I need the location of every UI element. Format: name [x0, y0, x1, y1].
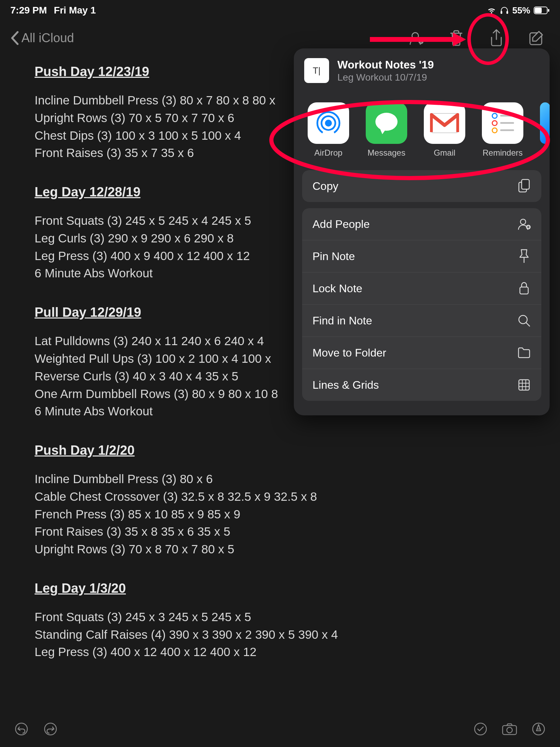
folder-icon: [517, 346, 531, 360]
search-icon: [517, 314, 531, 328]
svg-point-12: [507, 727, 512, 733]
note-thumbnail-icon: T|: [304, 58, 329, 83]
note-line: Incline Dumbbell Press (3) 80 x 6: [35, 470, 525, 488]
svg-point-21: [492, 128, 497, 133]
more-apps-peek[interactable]: [540, 102, 550, 158]
action-label: Find in Note: [312, 314, 372, 327]
camera-icon[interactable]: [502, 721, 517, 737]
back-label: All iCloud: [21, 31, 74, 45]
compose-icon[interactable]: [529, 30, 544, 46]
add-people-icon[interactable]: [408, 30, 424, 46]
app-label: AirDrop: [314, 148, 342, 158]
action-label: Lines & Grids: [312, 379, 379, 391]
lock-icon: [517, 282, 531, 295]
add-people-action[interactable]: Add People: [302, 208, 541, 240]
svg-rect-29: [520, 287, 528, 294]
svg-rect-4: [548, 9, 549, 12]
svg-point-5: [412, 33, 418, 39]
redo-icon[interactable]: [43, 721, 58, 737]
note-line: Front Squats (3) 245 x 3 245 x 5 245 x 5: [35, 608, 525, 626]
reminders-icon: [482, 102, 523, 144]
lock-note-action[interactable]: Lock Note: [302, 273, 541, 305]
trash-icon[interactable]: [448, 30, 464, 46]
pin-icon: [517, 249, 531, 263]
section-heading: Leg Day 1/3/20: [35, 579, 525, 598]
svg-rect-23: [500, 122, 514, 124]
svg-rect-24: [500, 129, 514, 131]
note-line: Standing Calf Raises (4) 390 x 3 390 x 2…: [35, 626, 525, 644]
svg-point-19: [492, 113, 497, 118]
messages-app[interactable]: Messages: [366, 102, 407, 158]
share-sheet: T| Workout Notes '19 Leg Workout 10/7/19…: [294, 48, 550, 415]
share-apps-row[interactable]: AirDrop Messages Gmail Reminders: [294, 93, 550, 170]
action-label: Move to Folder: [312, 347, 386, 359]
move-to-folder-action[interactable]: Move to Folder: [302, 337, 541, 369]
wifi-icon: [487, 7, 496, 14]
find-in-note-action[interactable]: Find in Note: [302, 305, 541, 337]
status-date: Fri May 1: [54, 5, 96, 16]
action-label: Copy: [312, 180, 338, 193]
battery-percent: 55%: [512, 5, 530, 16]
add-people-icon: [517, 217, 531, 231]
svg-rect-31: [519, 380, 529, 390]
airdrop-app[interactable]: AirDrop: [308, 102, 349, 158]
svg-point-20: [492, 121, 497, 126]
action-label: Pin Note: [312, 250, 355, 263]
svg-rect-26: [522, 179, 529, 189]
gmail-app[interactable]: Gmail: [424, 102, 465, 158]
lines-grids-action[interactable]: Lines & Grids: [302, 369, 541, 401]
pin-note-action[interactable]: Pin Note: [302, 240, 541, 273]
note-line: Leg Press (3) 400 x 12 400 x 12 400 x 12: [35, 643, 525, 661]
nav-bar: All iCloud: [0, 24, 560, 52]
gmail-icon: [424, 102, 465, 144]
svg-point-17: [375, 113, 398, 131]
share-title: Workout Notes '19: [337, 58, 434, 71]
checklist-icon[interactable]: [473, 721, 488, 737]
note-line: French Press (3) 85 x 10 85 x 9 85 x 9: [35, 506, 525, 523]
app-icon: [540, 102, 550, 144]
markup-icon[interactable]: [531, 721, 546, 737]
grid-icon: [517, 378, 531, 392]
app-label: Reminders: [483, 148, 523, 158]
svg-point-27: [521, 219, 526, 224]
status-bar: 7:29 PM Fri May 1 55%: [0, 0, 560, 17]
svg-rect-0: [501, 11, 502, 14]
back-button[interactable]: All iCloud: [10, 31, 74, 45]
share-header: T| Workout Notes '19 Leg Workout 10/7/19: [294, 48, 550, 93]
status-time: 7:29 PM: [10, 5, 47, 16]
app-label: Gmail: [434, 148, 456, 158]
airdrop-icon: [308, 102, 349, 144]
action-label: Lock Note: [312, 282, 362, 295]
share-subtitle: Leg Workout 10/7/19: [337, 72, 434, 83]
share-icon[interactable]: [488, 30, 504, 46]
app-label: Messages: [367, 148, 405, 158]
svg-rect-22: [500, 115, 514, 117]
undo-icon[interactable]: [14, 721, 29, 737]
svg-point-14: [325, 120, 332, 127]
bottom-toolbar: [0, 721, 560, 737]
action-label: Add People: [312, 218, 370, 231]
section-heading: Push Day 1/2/20: [35, 441, 525, 460]
note-line: Cable Chest Crossover (3) 32.5 x 8 32.5 …: [35, 488, 525, 506]
headphones-icon: [500, 6, 509, 15]
copy-action[interactable]: Copy: [302, 170, 541, 202]
svg-point-10: [475, 723, 486, 735]
battery-icon: [534, 7, 550, 14]
svg-rect-3: [535, 8, 542, 13]
messages-icon: [366, 102, 407, 144]
note-line: Front Raises (3) 35 x 8 35 x 6 35 x 5: [35, 523, 525, 541]
svg-rect-1: [506, 11, 508, 14]
reminders-app[interactable]: Reminders: [482, 102, 523, 158]
note-line: Upright Rows (3) 70 x 8 70 x 7 80 x 5: [35, 541, 525, 558]
copy-icon: [517, 179, 531, 193]
